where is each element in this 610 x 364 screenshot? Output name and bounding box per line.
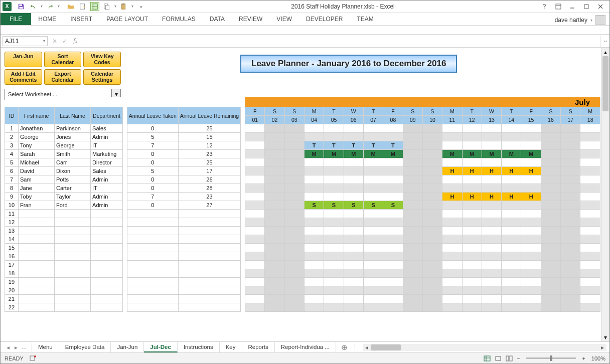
day-cell[interactable] [265,128,284,129]
day-cell[interactable] [304,230,324,231]
day-cell[interactable] [364,222,383,223]
day-cell[interactable] [580,153,600,154]
day-cell[interactable] [423,145,442,146]
day-cell[interactable] [541,188,560,189]
first-name[interactable] [19,256,54,257]
day-cell[interactable] [541,307,560,308]
first-name[interactable] [19,298,54,299]
day-cell[interactable] [364,170,383,171]
account-avatar-icon[interactable] [595,15,605,25]
macro-record-icon[interactable] [30,354,37,362]
day-cell[interactable] [463,264,482,265]
day-cell[interactable] [304,128,324,129]
qat-open-button[interactable] [66,2,75,11]
day-cell[interactable]: H [442,193,462,200]
day-cell[interactable] [344,213,363,214]
day-cell[interactable] [403,136,422,137]
last-name[interactable] [55,264,90,265]
day-cell[interactable] [245,170,264,171]
day-cell[interactable] [502,290,521,291]
day-cell[interactable] [403,290,422,291]
day-cell[interactable] [265,153,284,154]
tab-scroll-first-button[interactable]: ◂ [5,344,12,351]
leave-taken[interactable] [127,247,178,248]
day-cell[interactable] [245,247,264,248]
last-name[interactable]: Taylor [55,193,90,200]
day-cell[interactable] [482,128,501,129]
leave-remaining[interactable]: 17 [179,167,240,174]
leave-remaining[interactable] [179,281,240,282]
planner-table[interactable]: JulyIDFirst nameLast NameDepartmentAnnua… [5,97,600,312]
day-cell[interactable] [541,170,560,171]
day-cell[interactable] [383,222,402,223]
day-cell[interactable] [561,298,580,299]
qat-redo-button[interactable] [46,2,55,11]
leave-taken[interactable]: 0 [127,176,178,183]
day-cell[interactable] [561,153,580,154]
day-cell[interactable] [403,222,422,223]
day-cell[interactable] [482,162,501,163]
day-cell[interactable] [383,307,402,308]
day-cell[interactable] [344,136,363,137]
day-cell[interactable] [521,273,540,274]
day-cell[interactable] [285,307,304,308]
last-name[interactable] [55,298,90,299]
day-cell[interactable] [521,281,540,282]
day-cell[interactable] [521,222,540,223]
day-cell[interactable] [245,298,264,299]
first-name[interactable] [19,273,54,274]
leave-taken[interactable] [127,213,178,214]
day-cell[interactable] [364,162,383,163]
day-cell[interactable] [521,298,540,299]
day-cell[interactable] [561,256,580,257]
first-name[interactable]: Toby [19,193,54,200]
day-cell[interactable] [383,196,402,197]
day-cell[interactable] [344,298,363,299]
department[interactable] [91,239,122,240]
ribbon-tab-home[interactable]: HOME [31,14,63,25]
day-cell[interactable] [265,273,284,274]
day-cell[interactable] [403,264,422,265]
day-cell[interactable] [482,205,501,206]
day-cell[interactable] [265,196,284,197]
day-cell[interactable] [265,205,284,206]
day-cell[interactable] [561,145,580,146]
leave-taken[interactable] [127,298,178,299]
day-cell[interactable] [364,179,383,180]
day-cell[interactable] [304,239,324,240]
day-cell[interactable]: H [482,193,501,200]
last-name[interactable]: Smith [55,150,90,157]
day-cell[interactable] [482,145,501,146]
day-cell[interactable] [442,290,462,291]
day-cell[interactable] [442,298,462,299]
day-cell[interactable] [463,239,482,240]
day-cell[interactable] [580,179,600,180]
minimize-button[interactable] [566,2,578,12]
day-cell[interactable] [344,281,363,282]
department[interactable] [91,264,122,265]
ribbon-tab-team[interactable]: TEAM [350,14,380,25]
leave-taken[interactable]: 0 [127,202,178,209]
day-cell[interactable] [442,281,462,282]
department[interactable]: Admin [91,176,122,183]
day-cell[interactable] [344,188,363,189]
day-cell[interactable] [383,298,402,299]
day-cell[interactable] [442,136,462,137]
day-cell[interactable] [502,213,521,214]
day-cell[interactable] [580,264,600,265]
day-cell[interactable] [521,162,540,163]
day-cell[interactable] [364,298,383,299]
day-cell[interactable]: T [324,142,343,149]
day-cell[interactable]: T [364,142,383,149]
day-cell[interactable] [541,256,560,257]
day-cell[interactable] [324,281,343,282]
day-cell[interactable] [324,222,343,223]
leave-taken[interactable]: 0 [127,150,178,157]
day-cell[interactable] [344,230,363,231]
department[interactable]: Marketing [91,150,122,157]
day-cell[interactable] [502,128,521,129]
day-cell[interactable]: M [383,150,402,157]
expand-formula-bar-button[interactable] [600,36,609,47]
leave-taken[interactable] [127,222,178,223]
day-cell[interactable] [541,128,560,129]
